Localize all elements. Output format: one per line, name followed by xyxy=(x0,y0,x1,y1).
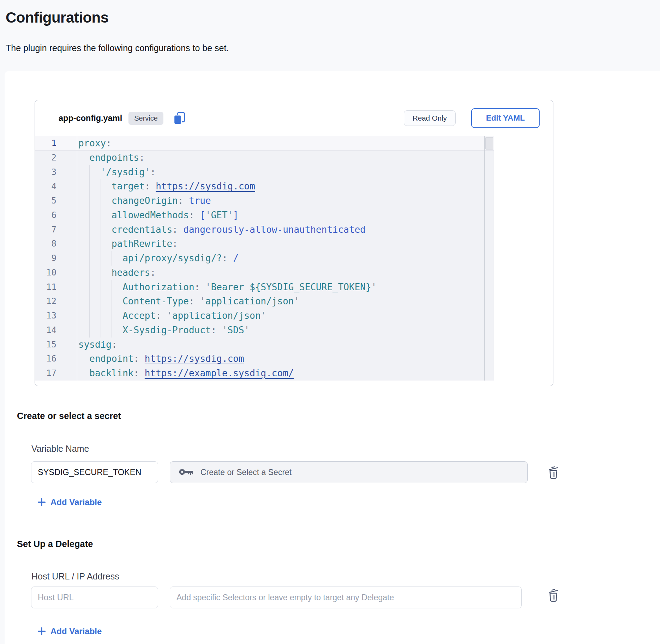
indent-guide xyxy=(78,294,89,309)
line-number: 12 xyxy=(35,294,77,309)
code-line-8[interactable]: 8pathRewrite: xyxy=(35,237,494,251)
indent-guide xyxy=(101,280,112,294)
indent-guide xyxy=(112,251,122,266)
service-badge: Service xyxy=(128,112,163,125)
code-link[interactable]: https://sysdig.com xyxy=(156,179,255,194)
plus-icon xyxy=(37,498,46,506)
add-variable-button-secret[interactable]: Add Variable xyxy=(37,497,102,507)
delegate-selectors-input[interactable] xyxy=(170,587,522,608)
code-line-4[interactable]: 4target: https://sysdig.com xyxy=(35,179,494,194)
code-line-17[interactable]: 17backlink: https://example.sysdig.com/ xyxy=(35,366,494,381)
code-line-7[interactable]: 7credentials: dangerously-allow-unauthen… xyxy=(35,223,494,237)
content-panel: app-config.yaml Service Read Only Edit Y… xyxy=(5,71,660,644)
variable-name-input[interactable] xyxy=(31,461,158,483)
code-token: credentials xyxy=(112,223,172,237)
page-title: Configurations xyxy=(6,9,109,26)
code-line-content: credentials: dangerously-allow-unauthent… xyxy=(77,223,366,237)
code-token: : xyxy=(150,266,156,280)
indent-guide xyxy=(101,251,112,266)
code-lines: 1proxy:2endpoints:3'/sysdig':4target: ht… xyxy=(35,136,494,381)
code-line-5[interactable]: 5changeOrigin: true xyxy=(35,194,494,208)
code-line-content: proxy: xyxy=(77,136,112,150)
indent-guide xyxy=(101,179,112,194)
code-line-content: target: https://sysdig.com xyxy=(77,179,255,194)
code-line-14[interactable]: 14X-Sysdig-Product: 'SDS' xyxy=(35,323,494,338)
add-variable-label: Add Variable xyxy=(50,497,102,507)
code-line-9[interactable]: 9api/proxy/sysdig/?: / xyxy=(35,251,494,266)
secret-select[interactable]: Create or Select a Secret xyxy=(170,461,528,483)
code-line-3[interactable]: 3'/sysdig': xyxy=(35,165,494,180)
code-line-11[interactable]: 11Authorization: 'Bearer ${SYSDIG_SECURE… xyxy=(35,280,494,294)
indent-guide xyxy=(101,194,112,208)
code-line-15[interactable]: 15sysdig: xyxy=(35,338,494,352)
line-number: 17 xyxy=(35,366,77,381)
code-token: Accept xyxy=(122,309,156,323)
host-url-input[interactable] xyxy=(31,587,158,608)
indent-guide xyxy=(112,309,122,323)
edit-yaml-button[interactable]: Edit YAML xyxy=(471,108,540,128)
add-variable-button-delegate[interactable]: Add Variable xyxy=(37,626,102,636)
code-token: : xyxy=(145,179,156,194)
code-token: api/proxy/sysdig/? xyxy=(122,251,222,266)
indent-guide xyxy=(101,266,112,280)
code-line-10[interactable]: 10headers: xyxy=(35,266,494,280)
indent-guide xyxy=(89,237,100,251)
code-line-2[interactable]: 2endpoints: xyxy=(35,151,494,165)
variable-name-label: Variable Name xyxy=(31,444,89,454)
code-line-content: backlink: https://example.sysdig.com/ xyxy=(77,366,294,381)
indent-guide xyxy=(89,165,100,180)
indent-guide xyxy=(112,323,122,338)
code-line-6[interactable]: 6allowedMethods: ['GET'] xyxy=(35,208,494,223)
code-token: Authorization xyxy=(122,280,194,294)
code-token: ' xyxy=(145,165,150,180)
code-token: : xyxy=(194,280,205,294)
line-number: 5 xyxy=(35,194,77,208)
indent-guide xyxy=(89,309,100,323)
line-number: 16 xyxy=(35,352,77,366)
code-token: : xyxy=(134,366,145,381)
code-scrollbar-thumb[interactable] xyxy=(485,137,493,150)
code-token: : xyxy=(106,136,112,150)
code-token: : xyxy=(134,352,145,366)
code-line-content: Content-Type: 'application/json' xyxy=(77,294,299,309)
indent-guide xyxy=(78,223,89,237)
copy-icon xyxy=(173,111,186,125)
code-token: backlink xyxy=(89,366,133,381)
code-line-content: Authorization: 'Bearer ${SYSDIG_SECURE_T… xyxy=(77,280,377,294)
code-token: : xyxy=(172,237,178,251)
code-line-12[interactable]: 12Content-Type: 'application/json' xyxy=(35,294,494,309)
code-token: Content-Type xyxy=(122,294,189,309)
delete-variable-button[interactable] xyxy=(546,465,561,480)
indent-guide xyxy=(89,266,100,280)
code-line-1[interactable]: 1proxy: xyxy=(35,136,494,151)
code-line-content: pathRewrite: xyxy=(77,237,178,251)
code-token: Bearer ${SYSDIG_SECURE_TOKEN} xyxy=(211,280,371,294)
indent-guide xyxy=(89,208,100,223)
code-token: ] xyxy=(233,208,239,223)
code-line-16[interactable]: 16endpoint: https://sysdig.com xyxy=(35,352,494,366)
code-line-13[interactable]: 13Accept: 'application/json' xyxy=(35,309,494,323)
line-number: 14 xyxy=(35,323,77,338)
code-link[interactable]: https://example.sysdig.com/ xyxy=(145,366,294,381)
delegate-section-heading: Set Up a Delegate xyxy=(17,539,93,549)
code-line-content: allowedMethods: ['GET'] xyxy=(77,208,239,223)
read-only-button[interactable]: Read Only xyxy=(404,110,456,126)
line-number: 11 xyxy=(35,280,77,294)
delete-delegate-button[interactable] xyxy=(546,588,561,603)
indent-guide xyxy=(78,280,89,294)
line-number: 10 xyxy=(35,266,77,280)
code-editor[interactable]: 1proxy:2endpoints:3'/sysdig':4target: ht… xyxy=(35,136,494,381)
indent-guide xyxy=(89,251,100,266)
code-line-content: sysdig: xyxy=(77,338,117,352)
code-link[interactable]: https://sysdig.com xyxy=(145,352,244,366)
indent-guide xyxy=(89,294,100,309)
indent-guide xyxy=(78,208,89,223)
secret-section-heading: Create or select a secret xyxy=(17,411,121,421)
copy-button[interactable] xyxy=(173,111,186,125)
code-scrollbar[interactable] xyxy=(484,136,494,381)
code-token: sysdig xyxy=(78,338,112,352)
code-token: target xyxy=(112,179,145,194)
line-number: 1 xyxy=(35,136,77,150)
code-token: true xyxy=(189,194,211,208)
indent-guide xyxy=(101,309,112,323)
